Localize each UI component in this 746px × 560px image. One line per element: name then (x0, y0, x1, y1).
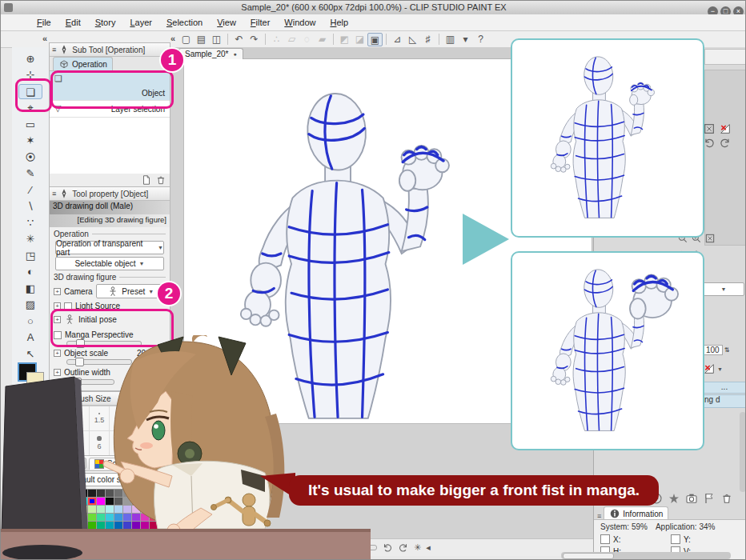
menu-filter[interactable]: Filter (243, 15, 277, 30)
show-selection-icon[interactable]: ▣ (367, 33, 383, 46)
snap-grid-icon[interactable]: ♯ (420, 33, 435, 46)
chevron-down-icon: ▼ (158, 245, 163, 250)
gradient-tool[interactable]: ▨ (18, 297, 42, 312)
menu-edit[interactable]: Edit (58, 15, 88, 30)
scrollbar-thumb[interactable] (563, 553, 614, 559)
menu-window[interactable]: Window (277, 15, 323, 30)
brush-tool[interactable]: ∖ (18, 198, 42, 214)
stencil-icon: ◪ (352, 33, 367, 46)
panel-menu-icon[interactable]: ≡ (52, 190, 56, 198)
workspace-caret-icon[interactable]: ▾ (458, 33, 473, 46)
selectable-object-dropdown[interactable]: Selectable object▼ (55, 257, 164, 270)
tab-information[interactable]: Information (604, 506, 668, 520)
lasso-icon: ◌ (299, 33, 315, 46)
new-canvas-icon[interactable]: ▢ (178, 33, 194, 46)
flag-icon[interactable] (703, 492, 716, 505)
save-icon[interactable]: ◫ (209, 33, 224, 46)
modified-indicator-icon[interactable]: ● (233, 51, 236, 57)
arrow-right-icon (461, 212, 511, 266)
redo-icon[interactable]: ↷ (247, 33, 262, 46)
comparison-image-big-fist (511, 251, 704, 450)
reset-rotation-icon[interactable]: ✳ (414, 542, 421, 553)
comparison-image-normal-fist (511, 38, 704, 238)
rotate-right-icon[interactable] (719, 137, 732, 150)
snap-special-ruler-icon[interactable]: ◺ (405, 33, 420, 46)
horizontal-scrollbar[interactable] (561, 552, 731, 559)
menu-layer[interactable]: Layer (122, 15, 159, 30)
document-tab[interactable]: Sample_20* ● (178, 48, 243, 59)
info-tab-row: ≡ Information (597, 506, 668, 520)
selection-tool[interactable]: ▭ (18, 117, 42, 132)
auto-select-tool[interactable]: ✶ (18, 133, 42, 148)
menu-selection[interactable]: Selection (159, 15, 210, 30)
layer-name-fragment[interactable]: ng d (701, 394, 746, 408)
flip-horizontal-icon[interactable] (703, 122, 716, 135)
collapse-canvas-icon[interactable]: « (170, 34, 175, 43)
pen-tool[interactable]: ✎ (18, 166, 42, 181)
layer-more-tab[interactable]: ... (701, 382, 746, 394)
title-bar[interactable]: Sample_20* (600 x 600px 72dpi 100.0%) - … (1, 1, 746, 15)
eyedropper-tool[interactable]: ⦿ (18, 150, 42, 165)
expand-camera-icon[interactable]: + (54, 288, 61, 295)
opacity-value[interactable]: 100 (703, 345, 723, 355)
mascot-illustration (1, 335, 385, 560)
spinner-icon[interactable]: ⇅ (724, 346, 730, 354)
ruler-toggle-row: ▼ (703, 362, 723, 375)
subtool-pen-icon (58, 44, 70, 55)
pencil-tool[interactable]: ∕ (18, 182, 42, 198)
annotation-box-object-subtool (50, 70, 174, 109)
open-file-icon[interactable]: ▤ (194, 33, 209, 46)
snapshot-icon[interactable] (685, 492, 698, 505)
blend-mode-dropdown[interactable]: ▼ (703, 282, 744, 296)
reset-view-icon[interactable] (719, 122, 732, 135)
scroll-left-icon[interactable]: ◂ (426, 542, 431, 553)
toolbar-separator (333, 34, 334, 45)
rotate-left-icon[interactable] (703, 137, 716, 150)
airbrush-tool[interactable]: ∵ (18, 215, 42, 230)
create-subtool-icon[interactable] (141, 174, 152, 186)
speech-bubble: It's usual to make bigger a front fist i… (289, 475, 659, 506)
transparent-part-dropdown[interactable]: Operation of transparent part▼ (55, 241, 164, 254)
system-usage: System: 59% (600, 522, 648, 531)
workspace-icon[interactable]: ▥ (443, 33, 458, 46)
window-title: Sample_20* (600 x 600px 72dpi 100.0%) - … (1, 1, 746, 14)
navigator-scroll-block (704, 49, 746, 65)
menu-file[interactable]: File (30, 15, 58, 30)
help-icon[interactable]: ? (473, 33, 488, 46)
layer-scrollbar[interactable] (740, 412, 746, 492)
layer-opacity-row: 100 ⇅ (703, 345, 744, 355)
delete-subtool-icon[interactable] (155, 174, 166, 186)
zoom-tool[interactable]: ⊕ (18, 51, 42, 66)
subtool-panel-title: Sub Tool [Operation] (72, 46, 145, 54)
menu-help[interactable]: Help (323, 15, 355, 30)
ruler-off-icon[interactable] (703, 362, 716, 375)
menu-view[interactable]: View (210, 15, 243, 30)
editing-label: [Editing 3D drawing figure] (50, 214, 170, 227)
decoration-tool[interactable]: ✳ (18, 231, 42, 246)
eraser-tool[interactable]: ◳ (18, 248, 42, 263)
fit-window-icon[interactable] (704, 233, 716, 244)
snap-ruler-icon[interactable]: ⊿ (390, 33, 405, 46)
collapse-left-icon[interactable]: « (42, 34, 47, 43)
quality-icon[interactable] (668, 492, 680, 505)
toolbar-separator (265, 34, 266, 45)
preset-button[interactable]: Preset ▼ (96, 284, 166, 298)
clip-studio-window: Sample_20* (600 x 600px 72dpi 100.0%) - … (0, 0, 746, 560)
panel-menu-icon[interactable]: ≡ (52, 46, 56, 54)
fill-tool[interactable]: ◧ (18, 281, 42, 296)
coordinate-field-icon (671, 534, 680, 544)
annotation-badge-1: 1 (161, 49, 183, 71)
navigator-controls (703, 122, 735, 151)
delete-layer-icon[interactable] (720, 492, 733, 505)
toolbar-separator (439, 34, 439, 45)
operation-cube-icon (58, 58, 70, 70)
blend-tool[interactable]: ◐ (18, 264, 42, 279)
undo-icon[interactable]: ↶ (231, 33, 247, 46)
menu-story[interactable]: Story (88, 15, 123, 30)
figure-tool[interactable]: ○ (18, 314, 42, 329)
app-icon (4, 3, 13, 12)
transform-selection-icon: ▱ (284, 33, 299, 46)
coordinate-field-icon (600, 534, 610, 544)
rotate-right-icon[interactable] (398, 542, 409, 554)
tab-operation[interactable]: Operation (53, 57, 113, 70)
